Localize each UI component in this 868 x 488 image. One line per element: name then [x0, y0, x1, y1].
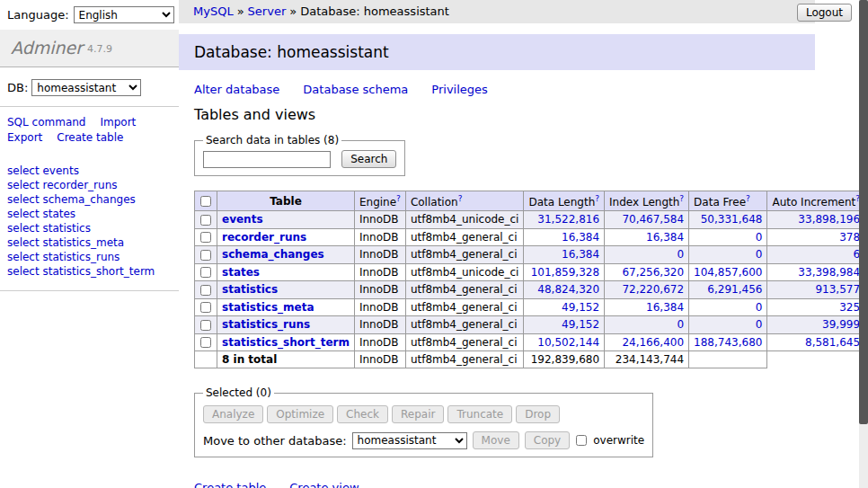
scrollbar-thumb[interactable] [859, 0, 868, 424]
table-link-schema-changes[interactable]: schema_changes [222, 248, 324, 261]
overwrite-checkbox[interactable] [576, 435, 587, 446]
data-free-link[interactable]: 0 [756, 301, 763, 314]
table-link-recorder-runs[interactable]: recorder_runs [222, 231, 306, 244]
index-length-link[interactable]: 24,166,400 [622, 336, 684, 349]
copy-button[interactable]: Copy [525, 431, 570, 449]
search-button[interactable]: Search [341, 150, 396, 168]
sidebar-select-recorder-runs[interactable]: select recorder_runs [7, 179, 172, 193]
help-link-index-length[interactable]: ? [679, 194, 684, 203]
data-free-link[interactable]: 0 [756, 231, 763, 244]
repair-button[interactable]: Repair [392, 405, 444, 423]
table-link-states[interactable]: states [222, 266, 260, 279]
row-checkbox-statistics[interactable] [200, 285, 211, 296]
sidebar-select-schema-changes[interactable]: select schema_changes [7, 193, 172, 208]
optimize-button[interactable]: Optimize [267, 405, 333, 423]
table-row-states: statesInnoDButf8mb4_unicode_ci101,859,32… [195, 263, 868, 281]
db-select[interactable]: homeassistant [31, 79, 141, 96]
row-checkbox-statistics-meta[interactable] [200, 302, 211, 313]
index-length-link[interactable]: 72,220,672 [622, 283, 684, 296]
vertical-scrollbar[interactable] [859, 0, 868, 488]
auto-increment-link[interactable]: 378 [839, 231, 860, 244]
data-free-link[interactable]: 0 [756, 248, 763, 261]
index-length-link[interactable]: 16,384 [646, 231, 684, 244]
row-checkbox-recorder-runs[interactable] [200, 232, 211, 243]
bottom-link-create-view[interactable]: Create view [289, 481, 359, 488]
index-length-link[interactable]: 70,467,584 [622, 213, 684, 226]
row-checkbox-states[interactable] [200, 267, 211, 278]
logout-button[interactable]: Logout [797, 4, 852, 22]
data-free-link[interactable]: 0 [756, 318, 763, 331]
sidebar-link-export[interactable]: Export [7, 131, 42, 144]
data-length-link[interactable]: 31,522,816 [537, 213, 599, 226]
move-button[interactable]: Move [473, 431, 519, 449]
data-free-link[interactable]: 6,291,456 [707, 283, 762, 296]
data-length-link[interactable]: 16,384 [562, 248, 599, 261]
help-link-data-free[interactable]: ? [746, 194, 750, 203]
data-length-link[interactable]: 48,824,320 [537, 283, 599, 296]
data-length-link[interactable]: 10,502,144 [537, 336, 599, 349]
help-link-engine[interactable]: ? [396, 194, 401, 203]
db-link-database-schema[interactable]: Database schema [303, 83, 408, 96]
sidebar-select-statistics[interactable]: select statistics [7, 222, 172, 236]
index-length-link[interactable]: 0 [677, 318, 684, 331]
check-button[interactable]: Check [337, 405, 388, 423]
index-length-link[interactable]: 16,384 [646, 301, 684, 314]
auto-increment-link[interactable]: 33,898,196 [798, 213, 860, 226]
index-length-link[interactable]: 0 [677, 248, 684, 261]
row-checkbox-statistics-runs[interactable] [200, 320, 211, 331]
sidebar-select-events[interactable]: select events [7, 164, 172, 179]
table-link-statistics-meta[interactable]: statistics_meta [222, 301, 314, 314]
data-length-link[interactable]: 16,384 [562, 231, 599, 244]
sidebar-select-statistics-meta[interactable]: select statistics_meta [7, 236, 172, 251]
move-db-select[interactable]: homeassistant [352, 432, 467, 449]
bottom-link-create-table[interactable]: Create table [194, 481, 266, 488]
sidebar-tables: select eventsselect recorder_runsselect … [0, 155, 179, 291]
auto-increment-link[interactable]: 8,581,645 [805, 336, 860, 349]
data-length-link[interactable]: 49,152 [562, 318, 599, 331]
sidebar-actions: SQL commandImportExportCreate table [0, 107, 179, 155]
help-link-collation[interactable]: ? [458, 194, 463, 203]
app-version: 4.7.9 [87, 43, 112, 55]
auto-increment-cell: 913,577 [767, 281, 865, 299]
table-link-statistics-runs[interactable]: statistics_runs [222, 318, 310, 331]
row-checkbox-statistics-short-term[interactable] [200, 337, 211, 348]
truncate-button[interactable]: Truncate [447, 405, 512, 423]
row-checkbox-events[interactable] [200, 215, 211, 226]
sidebar-link-create-table[interactable]: Create table [57, 131, 123, 144]
table-link-events[interactable]: events [222, 213, 263, 226]
db-link-privileges[interactable]: Privileges [431, 83, 488, 96]
data-length-link[interactable]: 101,859,328 [531, 266, 599, 279]
data-free-link[interactable]: 104,857,600 [694, 266, 762, 279]
sidebar-link-sql-command[interactable]: SQL command [7, 116, 85, 129]
search-input[interactable] [203, 151, 331, 168]
table-link-statistics-short-term[interactable]: statistics_short_term [222, 336, 350, 349]
drop-button[interactable]: Drop [516, 405, 560, 423]
auto-increment-link[interactable]: 39,999 [822, 318, 860, 331]
index-length-cell: 67,256,320 [605, 263, 689, 281]
row-checkbox-schema-changes[interactable] [200, 250, 211, 261]
table-row-statistics-short-term: statistics_short_termInnoDButf8mb4_gener… [195, 333, 868, 351]
auto-increment-link[interactable]: 325 [839, 301, 860, 314]
help-link-data-length[interactable]: ? [595, 194, 599, 203]
data-length-link[interactable]: 49,152 [562, 301, 599, 314]
breadcrumb-link-server[interactable]: Server [248, 4, 287, 18]
auto-increment-link[interactable]: 33,398,984 [798, 266, 860, 279]
sidebar-select-statistics-runs[interactable]: select statistics_runs [7, 251, 172, 265]
sidebar-select-statistics-short-term[interactable]: select statistics_short_term [7, 265, 172, 279]
data-free-link[interactable]: 188,743,680 [694, 336, 762, 349]
total-data-free-cell [689, 351, 767, 368]
language-select[interactable]: English [74, 6, 174, 23]
select-all-checkbox[interactable] [200, 196, 211, 207]
app-title: Adminer4.7.9 [0, 30, 179, 67]
breadcrumb-link-mysql[interactable]: MySQL [193, 4, 234, 18]
data-free-link[interactable]: 50,331,648 [701, 213, 763, 226]
engine-cell: InnoDB [354, 316, 405, 334]
index-length-link[interactable]: 67,256,320 [622, 266, 684, 279]
db-link-alter-database[interactable]: Alter database [194, 83, 279, 96]
engine-cell: InnoDB [354, 333, 405, 351]
analyze-button[interactable]: Analyze [203, 405, 263, 423]
sidebar-link-import[interactable]: Import [100, 116, 136, 129]
sidebar-select-states[interactable]: select states [7, 208, 172, 222]
auto-increment-link[interactable]: 913,577 [815, 283, 860, 296]
table-link-statistics[interactable]: statistics [222, 283, 278, 296]
